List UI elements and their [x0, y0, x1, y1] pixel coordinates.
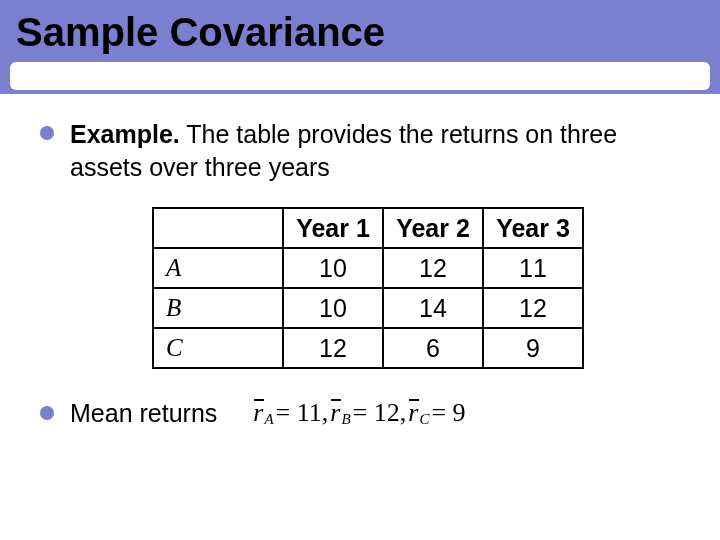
table-header-3: Year 3: [483, 208, 583, 248]
r-bar: r: [330, 398, 340, 428]
title-underline: [10, 62, 710, 90]
slide-title: Sample Covariance: [16, 10, 385, 55]
table-header-2: Year 2: [383, 208, 483, 248]
eq-C: = 9: [431, 398, 465, 428]
table-row: B 10 14 12: [153, 288, 583, 328]
table-row: A 10 12 11: [153, 248, 583, 288]
cell: 12: [383, 248, 483, 288]
table-header-1: Year 1: [283, 208, 383, 248]
cell: 10: [283, 288, 383, 328]
table-header-blank: [153, 208, 283, 248]
row-label-B: B: [153, 288, 283, 328]
cell: 9: [483, 328, 583, 368]
row-label-C: C: [153, 328, 283, 368]
cell: 10: [283, 248, 383, 288]
sub-B: B: [341, 411, 350, 428]
r-bar: r: [408, 398, 418, 428]
bullet-item-1: Example. The table provides the returns …: [40, 118, 696, 183]
table-row: C 12 6 9: [153, 328, 583, 368]
table-header-row: Year 1 Year 2 Year 3: [153, 208, 583, 248]
bullet-icon: [40, 126, 54, 140]
row-label-A: A: [153, 248, 283, 288]
content-area: Example. The table provides the returns …: [0, 94, 720, 430]
eq-A: = 11,: [276, 398, 329, 428]
cell: 12: [283, 328, 383, 368]
returns-table: Year 1 Year 2 Year 3 A 10 12 11 B 10 14 …: [152, 207, 584, 369]
cell: 14: [383, 288, 483, 328]
cell: 12: [483, 288, 583, 328]
eq-B: = 12,: [353, 398, 407, 428]
cell: 6: [383, 328, 483, 368]
bullet-1-text: Example. The table provides the returns …: [70, 118, 696, 183]
bullet-1-bold: Example.: [70, 120, 180, 148]
sub-A: A: [264, 411, 273, 428]
bullet-icon: [40, 406, 54, 420]
cell: 11: [483, 248, 583, 288]
mean-returns-formula: rA = 11, rB = 12, rC = 9: [253, 398, 465, 428]
bullet-item-2: Mean returns rA = 11, rB = 12, rC = 9: [40, 397, 696, 430]
sub-C: C: [419, 411, 429, 428]
r-bar: r: [253, 398, 263, 428]
header-band: Sample Covariance: [0, 0, 720, 94]
bullet-2-text: Mean returns: [70, 397, 217, 430]
